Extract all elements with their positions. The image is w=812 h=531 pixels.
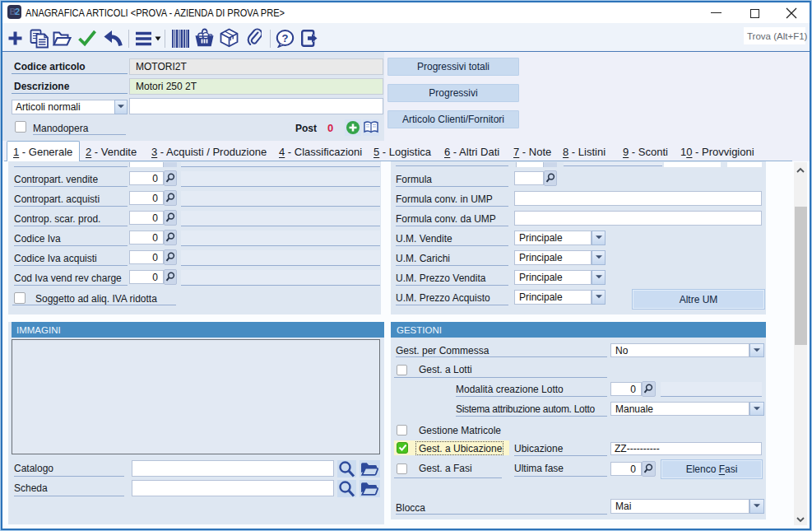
svg-text:?: ? xyxy=(282,32,289,44)
